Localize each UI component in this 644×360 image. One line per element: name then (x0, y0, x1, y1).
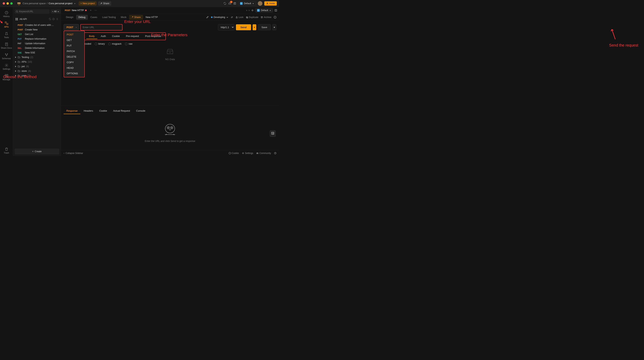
response-tab-console[interactable]: Console (134, 108, 148, 114)
body-type-raw[interactable]: raw (125, 42, 132, 45)
save-button[interactable]: Save (258, 24, 271, 30)
protocol-select[interactable]: http/1.1 (218, 24, 234, 30)
api-item[interactable]: PATUpdate Information (13, 41, 61, 46)
duplicate-link[interactable]: Duplicate (246, 16, 258, 18)
response-tab-cookie[interactable]: Cookie (96, 108, 110, 114)
folder-item[interactable]: pet(9) (13, 64, 61, 69)
notes-icon[interactable] (233, 2, 236, 5)
edit-title-icon[interactable] (206, 16, 209, 18)
param-tab-body[interactable]: Body (86, 33, 97, 39)
method-option-patch[interactable]: PATCH (64, 48, 84, 54)
breadcrumb-project[interactable]: Cora personal project (49, 2, 72, 5)
request-tab[interactable]: POST New HTTP (63, 9, 88, 12)
close-window-icon[interactable] (3, 2, 5, 4)
body-type-msgpack[interactable]: msgpack (108, 42, 122, 45)
breadcrumb[interactable]: Cora personal space / Cora personal proj… (22, 2, 76, 5)
env-selector[interactable]: D Default (255, 8, 273, 12)
rail-settings[interactable]: Settings (0, 61, 13, 72)
archive-link[interactable]: Archive (261, 16, 272, 18)
breadcrumb-space[interactable]: Cora personal space (22, 2, 46, 5)
bottom-cookie[interactable]: Cookie (229, 152, 239, 155)
create-button[interactable]: +Create (14, 149, 59, 154)
param-tab-cookie[interactable]: Cookie (109, 33, 122, 39)
new-project-button[interactable]: +New project (78, 1, 96, 5)
swap-icon[interactable] (230, 16, 233, 18)
method-dropdown[interactable]: POSTGETPUTPATCHDELETECOPYHEADOPTIONS (64, 31, 85, 77)
rail-apis[interactable]: APIs (0, 19, 13, 30)
api-item[interactable]: POSTCreate New (13, 27, 61, 32)
send-dropdown-button[interactable]: ▾ (252, 24, 256, 30)
gear-icon[interactable] (251, 9, 254, 12)
tab-more-button[interactable]: ⋯ (93, 9, 98, 12)
response-tab-actual-request[interactable]: Actual Request (110, 108, 133, 114)
layout-icon[interactable] (274, 9, 277, 12)
rail-manage[interactable]: Manage (0, 72, 13, 82)
url-input[interactable] (80, 24, 122, 30)
method-option-delete[interactable]: DELETE (64, 54, 84, 59)
param-tab-auth[interactable]: Auth (98, 33, 109, 39)
polygon-icon[interactable] (52, 18, 55, 20)
subtab-debug[interactable]: Debug (76, 15, 88, 20)
folder-item[interactable]: user(7) (13, 73, 61, 78)
folder-item[interactable]: APIs(10) (13, 59, 61, 64)
env-selector-top[interactable]: D Default (238, 1, 256, 5)
subtab-cases[interactable]: Cases (88, 15, 100, 20)
method-option-copy[interactable]: COPY (64, 59, 84, 65)
send-button[interactable]: Send (236, 24, 251, 30)
rail-schemas[interactable]: Schemas (0, 51, 13, 61)
api-item[interactable]: GETGet List (13, 32, 61, 36)
minimize-window-icon[interactable] (6, 2, 9, 4)
prev-tab-icon[interactable]: ‹ (246, 9, 247, 12)
svg-point-10 (6, 55, 7, 56)
rail-history[interactable]: History (0, 9, 13, 19)
method-option-get[interactable]: GET (64, 37, 84, 43)
refresh-icon[interactable] (49, 18, 51, 20)
svg-rect-23 (236, 17, 237, 18)
method-option-options[interactable]: OPTIONS (64, 71, 84, 76)
param-tab-pre-request[interactable]: Pre-request (123, 33, 142, 39)
sync-icon[interactable] (223, 2, 226, 5)
folder-item[interactable]: Testing(2) (13, 55, 61, 59)
api-item[interactable]: SSENew SSE (13, 50, 61, 55)
next-tab-icon[interactable]: › (249, 9, 250, 12)
subtab-design[interactable]: Design (64, 15, 76, 20)
chevron-down-icon[interactable] (74, 2, 76, 4)
method-option-post[interactable]: POST (64, 32, 84, 37)
api-item[interactable]: DELDelete Information (13, 46, 61, 50)
rail-tests[interactable]: Tests (0, 30, 13, 40)
info-icon[interactable] (274, 16, 276, 18)
new-tab-button[interactable]: + (88, 9, 93, 12)
param-tab-post-response[interactable]: Post-response (142, 33, 164, 39)
api-item[interactable]: POSTCreates list of users with ... (13, 23, 61, 27)
collapse-sidebar-button[interactable]: ‹Collapse Sidebar (64, 152, 83, 155)
subtab-mock[interactable]: Mock (118, 15, 129, 20)
maximize-window-icon[interactable] (10, 2, 13, 4)
lock-link[interactable]: Lock (236, 16, 244, 18)
method-option-head[interactable]: HEAD (64, 65, 84, 71)
bottom-community[interactable]: Community (256, 152, 271, 155)
method-option-put[interactable]: PUT (64, 43, 84, 48)
bottom-help[interactable] (274, 152, 276, 155)
avatar[interactable] (258, 1, 262, 6)
response-tab-headers[interactable]: Headers (81, 108, 96, 114)
status-developing[interactable]: Developing (211, 16, 228, 18)
search-input[interactable] (14, 9, 50, 14)
rail-trash[interactable]: Trash (0, 145, 13, 156)
subtab-share[interactable]: Share (129, 15, 143, 20)
response-tab-response[interactable]: Response (64, 108, 80, 114)
filter-all-button[interactable]: All (50, 9, 61, 13)
save-dropdown-button[interactable]: ▾ (272, 24, 276, 30)
panel-layout-button[interactable] (270, 130, 276, 137)
sort-icon[interactable] (56, 18, 58, 20)
invite-button[interactable]: Invite (264, 1, 277, 5)
share-button[interactable]: Share (98, 1, 111, 5)
notifications-icon[interactable]: 3 (228, 2, 231, 5)
rail-sharedocs[interactable]: Share Docs (0, 40, 13, 51)
folder-item[interactable]: store(4) (13, 69, 61, 73)
body-type-binary[interactable]: binary (95, 42, 105, 45)
bottom-settings[interactable]: Settings (242, 152, 253, 155)
method-select[interactable]: POST (64, 24, 79, 30)
subtab-load[interactable]: Load Testing (100, 15, 118, 20)
api-item[interactable]: PUTReplace Information (13, 36, 61, 41)
all-api-row[interactable]: All API (13, 16, 61, 22)
